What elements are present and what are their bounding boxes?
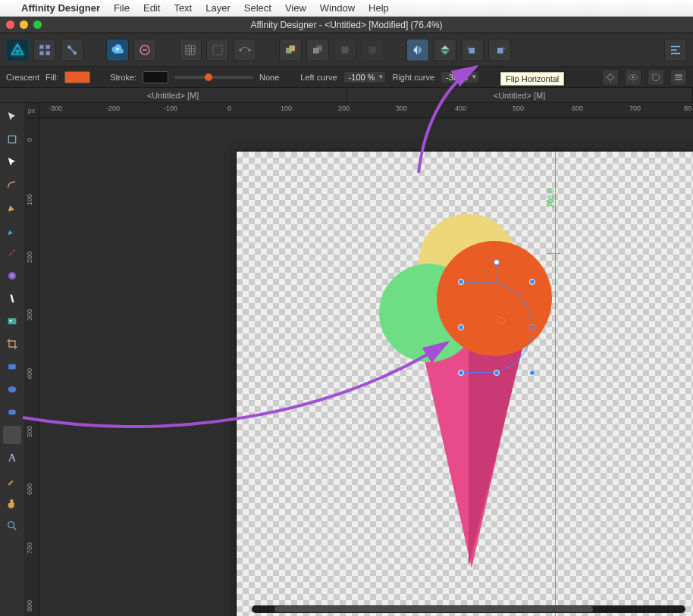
snap-nodes-icon[interactable] (234, 39, 256, 61)
document-tab-1[interactable]: <Untitled> [M] (0, 88, 346, 102)
ruler-h-tick: -200 (106, 105, 120, 112)
document-tab-2[interactable]: <Untitled> [M] (346, 88, 693, 102)
vertical-ruler[interactable]: 0 100 200 300 400 500 600 700 800 (24, 118, 39, 616)
svg-rect-18 (497, 48, 503, 54)
menu-layer[interactable]: Layer (205, 2, 230, 14)
stroke-label: Stroke: (110, 73, 136, 82)
flip-horizontal-button[interactable] (406, 39, 429, 61)
svg-rect-17 (469, 48, 475, 54)
rotate-right-button[interactable] (488, 39, 511, 61)
snap-grid-icon[interactable] (179, 39, 202, 61)
pan-tool[interactable] (3, 494, 21, 512)
svg-rect-2 (39, 51, 43, 55)
persona-link-icon[interactable] (61, 39, 83, 61)
window-titlebar: Affinity Designer - <Untitled> [Modified… (0, 17, 693, 33)
left-curve-label: Left curve (300, 73, 337, 82)
zoom-tool[interactable] (3, 517, 21, 535)
ruler-h-tick: 400 (455, 105, 466, 112)
ruler-v-tick: 100 (26, 194, 33, 205)
context-toolbar: Crescent Fill: Stroke: None Left curve -… (0, 67, 693, 88)
vertical-guide[interactable] (555, 152, 556, 616)
brush-tool[interactable] (3, 244, 21, 262)
workspace: A px -300 -200 -100 0 100 200 300 400 50… (0, 103, 693, 616)
pen-tool[interactable] (3, 199, 21, 217)
place-tool[interactable] (3, 312, 21, 330)
menu-view[interactable]: View (285, 2, 306, 14)
ruler-v-tick: 400 (26, 368, 33, 380)
crescent-tool[interactable] (3, 426, 21, 444)
app-menu[interactable]: Affinity Designer (21, 2, 100, 14)
flip-vertical-button[interactable] (434, 39, 456, 61)
move-backward-icon[interactable] (361, 39, 384, 61)
stroke-width-slider[interactable] (174, 76, 253, 79)
stroke-swatch[interactable] (143, 71, 168, 83)
ruler-v-tick: 0 (26, 138, 33, 142)
svg-rect-23 (8, 318, 17, 324)
curve-control-point[interactable] (529, 324, 535, 330)
menu-icon[interactable] (670, 69, 687, 86)
selection-handle[interactable] (458, 370, 464, 376)
ruler-h-tick: -300 (49, 105, 62, 112)
rectangle-tool[interactable] (3, 358, 21, 376)
adjustments-icon[interactable] (133, 39, 156, 61)
svg-rect-7 (186, 45, 195, 55)
move-front-icon[interactable] (279, 39, 302, 61)
rounded-rect-tool[interactable] (3, 403, 21, 421)
svg-rect-8 (213, 45, 222, 55)
menu-select[interactable]: Select (244, 2, 271, 14)
left-curve-field[interactable]: -100 % (343, 71, 387, 83)
move-forward-icon[interactable] (334, 39, 356, 61)
selection-handle[interactable] (529, 370, 535, 376)
ice-cream-illustration (381, 205, 593, 568)
scrollbar-thumb[interactable] (274, 606, 593, 612)
move-back-icon[interactable] (306, 39, 329, 61)
menu-file[interactable]: File (114, 2, 130, 14)
node-tool[interactable] (3, 153, 21, 171)
view-icon[interactable] (625, 69, 641, 86)
corner-tool[interactable] (3, 176, 21, 194)
reset-icon[interactable] (648, 69, 664, 86)
ruler-v-tick: 800 (26, 600, 33, 611)
svg-point-10 (249, 48, 251, 51)
fill-swatch[interactable] (64, 71, 90, 83)
menu-edit[interactable]: Edit (143, 2, 160, 14)
selection-handle[interactable] (494, 370, 500, 376)
ellipse-tool[interactable] (3, 380, 21, 399)
align-button[interactable] (664, 39, 687, 61)
snap-bounds-icon[interactable] (206, 39, 229, 61)
menu-window[interactable]: Window (320, 2, 355, 14)
transparency-tool[interactable] (3, 289, 21, 308)
selection-handle[interactable] (529, 279, 535, 285)
rotate-left-button[interactable] (461, 39, 484, 61)
tools-panel: A (0, 103, 24, 616)
canvas-viewport[interactable]: 208.8 (39, 118, 693, 616)
horizontal-ruler[interactable]: -300 -200 -100 0 100 200 300 400 500 600… (39, 103, 693, 118)
pencil-tool[interactable] (3, 221, 21, 239)
selection-bounds[interactable] (461, 282, 532, 373)
svg-rect-1 (46, 45, 50, 48)
crop-tool[interactable] (3, 335, 21, 353)
affinity-logo-icon[interactable] (6, 39, 29, 61)
tooltip: Flip Horizontal (500, 72, 564, 86)
svg-rect-15 (342, 46, 349, 53)
artboard-tool[interactable] (3, 130, 21, 149)
target-icon[interactable] (602, 69, 619, 86)
ruler-h-tick: 500 (513, 105, 524, 112)
rotation-handle[interactable] (494, 259, 500, 265)
text-tool[interactable]: A (3, 449, 21, 467)
horizontal-scrollbar[interactable] (252, 605, 685, 613)
window-title: Affinity Designer - <Untitled> [Modified… (0, 20, 693, 30)
document-tabs: <Untitled> [M] <Untitled> [M] (0, 88, 693, 103)
persona-grid-icon[interactable] (33, 39, 56, 61)
cloud-upload-icon[interactable] (106, 39, 129, 61)
selection-handle[interactable] (458, 324, 464, 330)
right-curve-field[interactable]: -30 % (441, 71, 479, 83)
artboard[interactable] (237, 152, 693, 616)
menu-text[interactable]: Text (174, 2, 192, 14)
eyedropper-tool[interactable] (3, 471, 21, 489)
move-tool[interactable] (3, 108, 21, 126)
selection-handle[interactable] (458, 279, 464, 285)
fill-tool[interactable] (3, 267, 21, 285)
center-point[interactable] (497, 317, 505, 324)
menu-help[interactable]: Help (368, 2, 389, 14)
